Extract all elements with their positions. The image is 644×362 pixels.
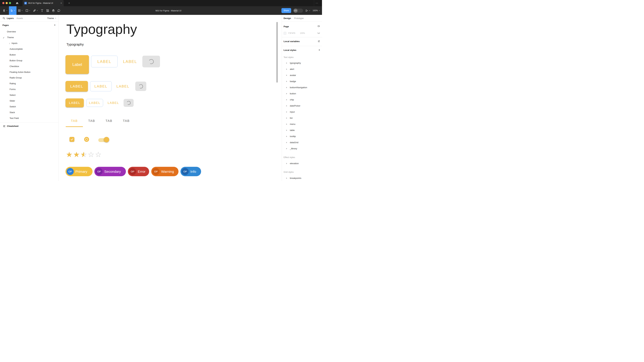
- pen-tool-button[interactable]: [32, 6, 39, 15]
- style-item-badge[interactable]: badge: [282, 78, 322, 85]
- text-tool-button[interactable]: [39, 6, 45, 15]
- color-swatch[interactable]: [284, 32, 286, 35]
- tab-prototype[interactable]: Prototype: [294, 17, 304, 20]
- sidebar-item-text-field[interactable]: Text Field: [0, 115, 58, 121]
- sidebar-item-stack[interactable]: Stack: [0, 109, 58, 115]
- checkbox-checked[interactable]: [70, 137, 74, 142]
- page-color-row[interactable]: F3F4F6 100%: [282, 31, 322, 36]
- disclosure-icon[interactable]: [286, 136, 287, 137]
- disclosure-icon[interactable]: [286, 123, 287, 125]
- chip-secondary[interactable]: OP Secondary: [94, 167, 126, 176]
- page-picker-theme[interactable]: Theme: [47, 15, 56, 22]
- style-item-elevation[interactable]: elevation: [282, 160, 322, 167]
- style-item-list[interactable]: list: [282, 115, 322, 121]
- sidebar-item-slider[interactable]: Slider: [0, 98, 58, 104]
- minimize-window-button[interactable]: [6, 2, 8, 4]
- button-loading-medium[interactable]: [135, 82, 146, 91]
- file-tab[interactable]: MUI for Figma - Material UI ✕: [22, 0, 64, 6]
- chip-primary[interactable]: OP Primary: [66, 167, 92, 176]
- sidebar-item-forms[interactable]: Forms: [0, 86, 58, 92]
- style-item-chip[interactable]: chip: [282, 97, 322, 103]
- rating-star[interactable]: ☆★: [66, 151, 73, 158]
- window-menu-icon[interactable]: ⋯: [316, 1, 318, 5]
- window-controls[interactable]: [2, 2, 11, 4]
- disclosure-icon[interactable]: [286, 93, 287, 94]
- sidebar-item-theme[interactable]: ✓ Theme: [0, 35, 58, 40]
- button-outlined-medium[interactable]: LABEL: [90, 81, 112, 91]
- move-tool-button[interactable]: [9, 6, 16, 15]
- close-tab-icon[interactable]: ✕: [60, 2, 62, 4]
- tab-item-1[interactable]: TAB: [66, 115, 83, 127]
- frame-tool-button[interactable]: [16, 6, 24, 15]
- shape-tool-button[interactable]: [24, 6, 32, 15]
- rating-star[interactable]: ☆★: [80, 151, 88, 158]
- style-item-input[interactable]: input: [282, 109, 322, 115]
- apply-variable-icon[interactable]: [317, 25, 320, 28]
- main-menu-button[interactable]: [1, 6, 9, 15]
- sidebar-item-checkbox[interactable]: Checkbox: [0, 63, 58, 69]
- local-styles-section[interactable]: Local styles +: [282, 48, 322, 53]
- tab-item-2[interactable]: TAB: [83, 115, 100, 127]
- sidebar-item-radio-group[interactable]: Radio Group: [0, 75, 58, 81]
- button-contained-small[interactable]: LABEL: [66, 98, 84, 107]
- button-loading-small[interactable]: [124, 99, 134, 107]
- style-item-typography[interactable]: typography: [282, 60, 322, 66]
- search-icon[interactable]: [3, 17, 5, 20]
- switch-on[interactable]: [98, 138, 108, 142]
- variables-icon[interactable]: [318, 40, 320, 43]
- design-canvas[interactable]: Typography Typography Label LABEL LABEL …: [59, 15, 282, 181]
- eye-closed-icon[interactable]: [317, 32, 320, 34]
- present-controls[interactable]: [305, 9, 310, 12]
- tab-item-3[interactable]: TAB: [100, 115, 118, 127]
- rating-star[interactable]: ☆★: [95, 151, 102, 158]
- actions-tool-button[interactable]: [45, 6, 50, 15]
- page-color-opacity[interactable]: 100%: [300, 32, 305, 34]
- disclosure-icon[interactable]: [286, 105, 287, 106]
- new-tab-button[interactable]: +: [67, 1, 71, 5]
- style-item-menu[interactable]: menu: [282, 121, 322, 127]
- tab-item-4[interactable]: TAB: [118, 115, 135, 127]
- button-text-small[interactable]: LABEL: [104, 99, 123, 107]
- dev-mode-toggle[interactable]: </>: [294, 9, 303, 13]
- share-button[interactable]: Share: [282, 8, 291, 13]
- disclosure-icon[interactable]: [286, 117, 287, 119]
- comment-tool-button[interactable]: [56, 6, 62, 15]
- sidebar-item-rating[interactable]: Rating: [0, 81, 58, 86]
- maximize-window-button[interactable]: [9, 2, 11, 4]
- style-item-data-grid[interactable]: dataGrid: [282, 139, 322, 146]
- style-item-button[interactable]: button: [282, 91, 322, 97]
- style-item-date-picker[interactable]: datePicker: [282, 103, 322, 109]
- disclosure-icon[interactable]: [286, 111, 287, 113]
- radio-checked[interactable]: [84, 137, 89, 142]
- canvas-scrollbar[interactable]: [276, 22, 278, 83]
- chip-error[interactable]: OP Error: [128, 167, 149, 176]
- button-loading-large[interactable]: [142, 56, 160, 67]
- sidebar-item-fab[interactable]: Floating Action Button: [0, 69, 58, 75]
- style-item-library[interactable]: _library: [282, 146, 322, 152]
- disclosure-icon[interactable]: [286, 99, 287, 100]
- disclosure-icon[interactable]: [286, 163, 287, 164]
- rating-star[interactable]: ☆★: [88, 151, 95, 158]
- button-contained-medium[interactable]: LABEL: [66, 81, 88, 92]
- document-title[interactable]: MUI for Figma - Material UI: [156, 6, 182, 15]
- disclosure-icon[interactable]: [286, 75, 287, 76]
- sidebar-item-select[interactable]: Select: [0, 92, 58, 98]
- rating-star[interactable]: ☆★: [73, 151, 80, 158]
- add-page-button[interactable]: +: [53, 23, 57, 27]
- sidebar-item-button[interactable]: Button: [0, 52, 58, 58]
- button-outlined-small[interactable]: LABEL: [86, 99, 103, 107]
- style-item-breakpoints[interactable]: breakpoints: [282, 175, 322, 181]
- style-item-avatar[interactable]: avatar: [282, 72, 322, 78]
- sidebar-item-cheatsheet[interactable]: Cheatsheet: [0, 123, 58, 129]
- sidebar-item-button-group[interactable]: Button Group: [0, 58, 58, 63]
- button-outlined-large[interactable]: LABEL: [91, 56, 118, 67]
- style-item-table[interactable]: table: [282, 127, 322, 133]
- disclosure-icon[interactable]: [286, 62, 287, 64]
- sidebar-item-switch[interactable]: Switch: [0, 104, 58, 109]
- disclosure-icon[interactable]: [286, 87, 287, 88]
- add-style-button[interactable]: +: [318, 48, 320, 52]
- close-window-button[interactable]: [2, 2, 4, 4]
- chip-warning[interactable]: OP Warning: [151, 167, 178, 176]
- disclosure-icon[interactable]: [286, 130, 287, 131]
- page-color-hex[interactable]: F3F4F6: [288, 32, 300, 34]
